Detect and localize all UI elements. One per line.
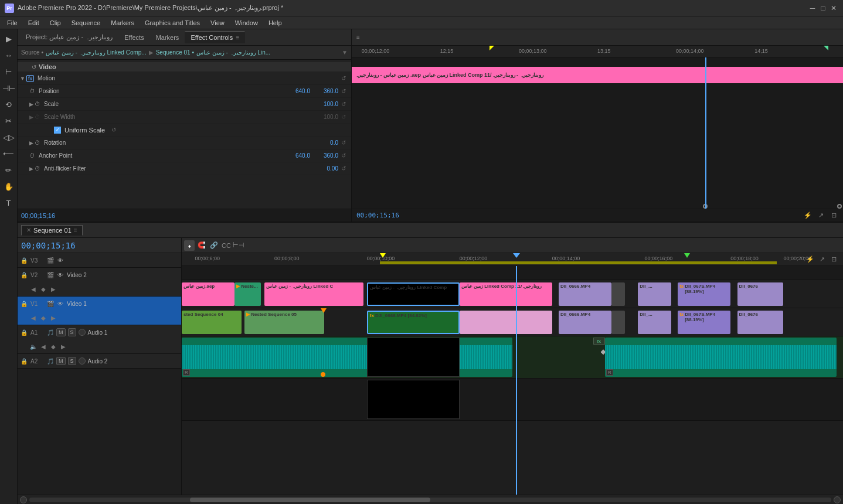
tab-effects[interactable]: Effects — [118, 32, 149, 43]
v2-clip-2[interactable]: ▶ Neste... — [234, 282, 261, 306]
resize-tool[interactable]: ⊢⊣ — [233, 240, 244, 251]
v1-clip-2[interactable]: ▶ Nested Sequence 05 — [244, 311, 324, 334]
v1-add-keyframe[interactable]: ◆ — [39, 314, 47, 322]
tab-effect-controls[interactable]: Effect Controls ≡ — [185, 31, 245, 43]
motion-reset[interactable]: ↺ — [338, 75, 349, 81]
preview-panel-menu[interactable]: ≡ — [356, 34, 360, 40]
v2-clip-5[interactable]: زمین عباس Linked Comp 11/روبنارجیرہ — [460, 282, 552, 306]
source-filter-icon[interactable]: ⚡ — [803, 211, 813, 220]
horizontal-scrollbar-area[interactable] — [18, 495, 843, 504]
rotation-row[interactable]: ▶ ⏱ Rotation 0.0 ↺ — [18, 137, 351, 149]
v1-lock-icon[interactable]: 🔒 — [20, 299, 28, 308]
v3-clips-row[interactable] — [182, 266, 843, 280]
scroll-track[interactable] — [29, 498, 831, 502]
v1-clips-row[interactable]: sted Sequence 04 ▶ Nested Sequence 05 fx… — [182, 308, 843, 336]
type-tool[interactable]: T — [2, 196, 16, 210]
a2-clips-row[interactable] — [182, 379, 843, 421]
effect-controls-content[interactable]: ↺ Video ▼ fx Motion ↺ ⏱ Position — [18, 60, 351, 209]
anchor-y-value[interactable]: 360.0 — [315, 152, 338, 159]
v2-clip-4-selected[interactable]: روبنارجیرہ - زمین عباس Linked Comp — [367, 282, 460, 306]
a1-mute-button[interactable]: M — [56, 328, 66, 336]
v2-vis-icon[interactable]: 👁 — [56, 271, 64, 279]
a2-record-button[interactable] — [79, 357, 86, 365]
scale-reset[interactable]: ↺ — [338, 101, 349, 107]
a1-clips-row[interactable]: fx R — [182, 336, 843, 379]
v3-vis-icon[interactable]: 👁 — [56, 256, 64, 264]
uniform-scale-checkbox[interactable]: ✓ — [54, 127, 61, 134]
menu-graphics[interactable]: Graphics and Titles — [140, 18, 205, 28]
scroll-right-btn[interactable] — [834, 496, 841, 503]
tab-menu-icon[interactable]: ≡ — [74, 227, 77, 233]
anchor-point-row[interactable]: ⏱ Anchor Point 640.0 360.0 ↺ — [18, 149, 351, 162]
timeline-settings-icon[interactable]: ↗ — [817, 255, 827, 264]
tab-markers[interactable]: Markers — [150, 32, 185, 43]
v2-right-arrow[interactable]: ▶ — [49, 285, 57, 293]
menu-clip[interactable]: Clip — [45, 18, 66, 28]
v2-clip-9[interactable]: fx DII_067S.MP4 [88.19%] — [678, 282, 730, 306]
uniform-scale-reset[interactable]: ↺ — [108, 127, 119, 133]
ripple-edit-tool[interactable]: ⊢ — [2, 64, 16, 79]
menu-view[interactable]: View — [206, 18, 229, 28]
scroll-left-btn[interactable] — [20, 496, 27, 503]
rotation-reset[interactable]: ↺ — [338, 139, 349, 146]
anchor-x-value[interactable]: 640.0 — [287, 152, 310, 159]
timeline-tab-sequence01[interactable]: ✕ Sequence 01 ≡ — [21, 225, 83, 236]
rolling-edit-tool[interactable]: ⊣⊢ — [2, 81, 16, 95]
v1-clip-8[interactable]: fx DII_067S.MP4 [88.19%] — [678, 311, 730, 334]
position-reset[interactable]: ↺ — [338, 88, 349, 94]
rotation-value[interactable]: 0.0 — [315, 139, 338, 146]
v1-clip-5[interactable]: DII_0666.MP4 — [559, 311, 611, 334]
v3-lock-icon[interactable]: 🔒 — [20, 256, 28, 264]
razor-tool[interactable]: ✂ — [2, 114, 16, 128]
source-settings-icon[interactable]: ↗ — [816, 211, 825, 220]
anti-flicker-expand[interactable]: ▶ — [29, 166, 33, 172]
a2-lock-icon[interactable]: 🔒 — [20, 357, 28, 365]
v2-lock-icon[interactable]: 🔒 — [20, 271, 28, 279]
anti-flicker-row[interactable]: ▶ ⏱ Anti-flicker Filter 0.00 ↺ — [18, 162, 351, 175]
menu-edit[interactable]: Edit — [23, 18, 44, 28]
close-button[interactable]: ✕ — [829, 4, 838, 13]
v1-clip-9[interactable]: DII_0676 — [737, 311, 784, 334]
v1-vis-icon[interactable]: 👁 — [56, 299, 64, 308]
track-select-tool[interactable]: ↔ — [2, 48, 16, 62]
panel-menu-icon[interactable]: ≡ — [236, 35, 239, 41]
timeline-zoom-icon[interactable]: ⊡ — [829, 255, 838, 264]
scale-value[interactable]: 100.0 — [315, 101, 338, 107]
tab-project[interactable]: Project: روبنارجیرہ - زمین عباس — [20, 31, 118, 43]
v1-clip-3-selected[interactable]: fx DJI_0666.MP4 [84.62%] — [367, 311, 460, 334]
v2-clip-10[interactable]: DII_0676 — [737, 282, 784, 306]
timeline-filter-icon[interactable]: ⚡ — [805, 255, 815, 264]
anti-flicker-value[interactable]: 0.00 — [315, 165, 338, 172]
a1-add-keyframe[interactable]: ◆ — [49, 342, 57, 350]
rotation-expand[interactable]: ▶ — [29, 140, 33, 146]
motion-row[interactable]: ▼ fx Motion ↺ — [18, 72, 351, 85]
scale-row[interactable]: ▶ ⏱ Scale 100.0 ↺ — [18, 98, 351, 111]
anchor-reset[interactable]: ↺ — [338, 152, 349, 159]
v1-clip-1[interactable]: sted Sequence 04 — [182, 311, 242, 334]
v2-clip-8[interactable]: DII_... — [638, 282, 671, 306]
motion-expand[interactable]: ▼ — [20, 76, 25, 81]
a1-solo-button[interactable]: S — [68, 328, 76, 336]
a1-left-arrow[interactable]: ◀ — [39, 342, 47, 350]
pen-tool[interactable]: ✏ — [2, 163, 16, 177]
captions-tool[interactable]: CC — [221, 240, 232, 251]
scroll-thumb[interactable] — [190, 498, 430, 502]
a1-right-arrow[interactable]: ▶ — [59, 342, 67, 350]
menu-window[interactable]: Window — [230, 18, 263, 28]
rate-stretch-tool[interactable]: ⟲ — [2, 97, 16, 111]
v1-right-arrow[interactable]: ▶ — [49, 314, 57, 322]
menu-file[interactable]: File — [2, 18, 22, 28]
scale-expand[interactable]: ▶ — [29, 101, 33, 107]
position-x-value[interactable]: 640.0 — [287, 88, 310, 94]
v2-left-arrow[interactable]: ◀ — [29, 285, 38, 293]
a1-record-button[interactable] — [79, 329, 86, 336]
v2-clips-row[interactable]: زمین عباس.aep ▶ Neste... روبنارجیرہ - زم… — [182, 280, 843, 308]
uniform-scale-row[interactable]: ✓ Uniform Scale ↺ — [18, 124, 351, 137]
snap-tool[interactable]: 🧲 — [196, 240, 207, 251]
v2-clip-7[interactable] — [611, 282, 625, 306]
menu-help[interactable]: Help — [264, 18, 287, 28]
minimize-button[interactable]: ─ — [808, 4, 817, 13]
position-y-value[interactable]: 360.0 — [315, 88, 338, 94]
a2-mute-button[interactable]: M — [56, 357, 66, 365]
v2-add-keyframe[interactable]: ◆ — [39, 285, 47, 293]
